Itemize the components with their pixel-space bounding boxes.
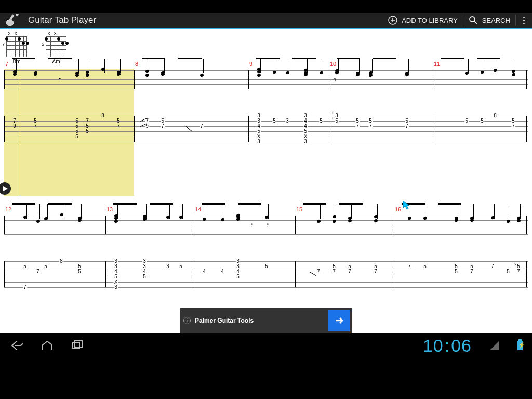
app-title: Guitar Tab Player xyxy=(28,15,96,25)
home-button[interactable] xyxy=(39,338,55,353)
status-bar xyxy=(0,0,532,13)
signal-icon xyxy=(490,341,499,350)
plus-circle-icon xyxy=(388,16,397,25)
svg-point-4 xyxy=(470,17,475,22)
clock-minutes: 06 xyxy=(451,336,472,356)
navigation-bar: 10:06 ⚡ xyxy=(0,333,532,358)
ad-arrow-button[interactable] xyxy=(328,310,350,331)
action-bar: Guitar Tab Player ADD TO LIBRARY SEARCH xyxy=(0,13,532,29)
add-label: ADD TO LIBRARY xyxy=(402,17,458,24)
ad-banner[interactable]: i Palmer Guitar Tools xyxy=(180,308,352,333)
overflow-menu-button[interactable] xyxy=(516,17,532,24)
svg-rect-2 xyxy=(16,14,19,16)
clock: 10:06 xyxy=(423,336,472,356)
recents-button[interactable] xyxy=(70,338,85,353)
battery-icon: ⚡ xyxy=(517,341,523,350)
sheet-content[interactable]: xx7Bmxx5Am 7891011𝄾𝄾79578555575557795773… xyxy=(0,29,532,333)
svg-rect-6 xyxy=(75,341,82,347)
back-button[interactable] xyxy=(9,338,25,353)
system-1: 7891011𝄾𝄾79578555575557795773345X3533445… xyxy=(4,70,528,200)
search-icon xyxy=(469,16,478,25)
mouse-cursor xyxy=(403,200,411,212)
ad-title: Palmer Guitar Tools xyxy=(195,317,328,324)
clock-hours: 10 xyxy=(423,336,444,356)
add-to-library-button[interactable]: ADD TO LIBRARY xyxy=(383,12,463,28)
app-logo xyxy=(3,12,23,28)
search-button[interactable]: SEARCH xyxy=(463,12,515,28)
svg-rect-5 xyxy=(72,342,79,349)
info-icon: i xyxy=(183,317,191,324)
search-label: SEARCH xyxy=(482,17,510,24)
chord-diagrams: xx7Bmxx5Am xyxy=(4,31,69,64)
